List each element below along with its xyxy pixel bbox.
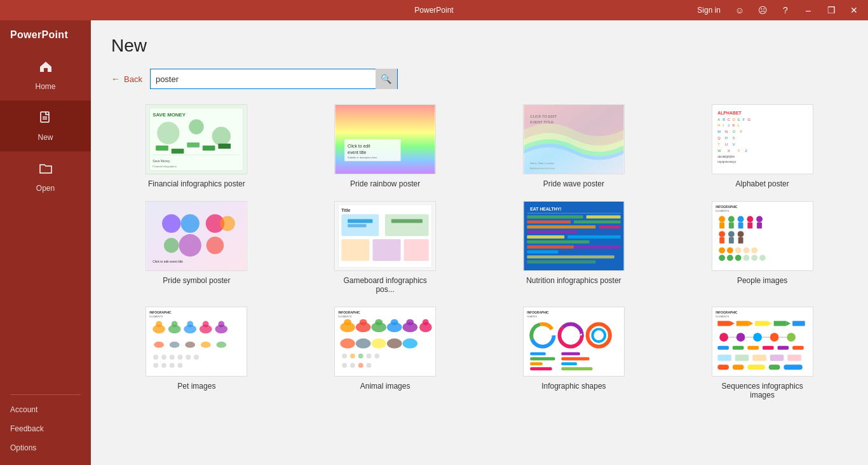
- close-button[interactable]: ✕: [845, 1, 863, 19]
- svg-point-98: [719, 216, 725, 223]
- svg-text:CLICK TO EDIT: CLICK TO EDIT: [530, 115, 557, 118]
- svg-rect-222: [732, 346, 743, 350]
- svg-text:Click to edit event title: Click to edit event title: [153, 260, 184, 263]
- sidebar-item-feedback[interactable]: Feedback: [0, 419, 91, 438]
- svg-rect-107: [757, 222, 762, 228]
- maximize-button[interactable]: ❒: [822, 1, 840, 19]
- template-sequences[interactable]: INFOGRAPHIC ELEMENTS: [677, 307, 848, 399]
- sign-in-button[interactable]: Sign in: [697, 6, 721, 15]
- template-animal[interactable]: INFOGRAPHIC ELEMENTS: [300, 307, 471, 399]
- svg-point-138: [154, 342, 165, 348]
- search-input[interactable]: [151, 72, 376, 87]
- template-alphabet[interactable]: ALPHABET A B C D E F G H I J K L: [677, 104, 848, 188]
- svg-point-216: [753, 333, 762, 342]
- sidebar-item-open-label: Open: [36, 184, 55, 193]
- template-symbol[interactable]: Click to edit event title Pride symbol p…: [111, 201, 282, 294]
- svg-point-151: [170, 363, 175, 368]
- template-nutrition[interactable]: EAT HEALTHY!: [489, 201, 660, 294]
- svg-rect-93: [527, 255, 614, 258]
- help-icon[interactable]: ?: [776, 1, 794, 19]
- template-thumb-alphabet: ALPHABET A B C D E F G H I J K L: [712, 104, 813, 174]
- svg-point-174: [350, 354, 355, 359]
- svg-text:O: O: [732, 130, 735, 134]
- svg-point-137: [219, 321, 225, 328]
- svg-text:G: G: [747, 118, 750, 121]
- svg-rect-12: [203, 146, 215, 151]
- svg-rect-197: [561, 357, 589, 361]
- template-infographic[interactable]: INFOGRAPHIC SHAPES: [489, 307, 660, 399]
- svg-point-141: [201, 342, 211, 348]
- sidebar-nav: Home New Op: [0, 50, 91, 389]
- svg-point-148: [194, 355, 199, 360]
- sidebar-item-new[interactable]: New: [0, 101, 91, 151]
- svg-rect-195: [530, 367, 552, 370]
- svg-rect-70: [385, 214, 429, 236]
- template-gameboard[interactable]: Title Gameboard infographics pos...: [300, 201, 471, 294]
- sidebar-bottom: Account Feedback Options: [0, 400, 91, 465]
- sidebar-item-options[interactable]: Options: [0, 438, 91, 457]
- svg-rect-85: [599, 225, 620, 228]
- svg-point-165: [407, 319, 414, 326]
- search-button[interactable]: 🔍: [376, 69, 397, 89]
- svg-text:R: R: [725, 136, 728, 140]
- template-financial[interactable]: SAVE MONEY Save Money Financial infog: [111, 104, 282, 188]
- app-name: PowerPoint: [414, 6, 453, 15]
- sidebar-item-account[interactable]: Account: [0, 400, 91, 419]
- svg-point-62: [164, 238, 179, 253]
- minimize-button[interactable]: –: [799, 1, 817, 19]
- template-label-animal: Animal images: [360, 382, 410, 391]
- svg-point-108: [719, 231, 725, 237]
- smiley-icon[interactable]: ☺: [731, 1, 749, 19]
- svg-point-172: [403, 338, 418, 349]
- svg-point-133: [187, 321, 194, 328]
- template-label-people: People images: [737, 276, 787, 285]
- svg-rect-224: [763, 346, 774, 350]
- back-button[interactable]: ← Back: [111, 74, 142, 84]
- sidebar-logo: PowerPoint: [0, 20, 91, 50]
- sidebar-item-open[interactable]: Open: [0, 151, 91, 202]
- svg-rect-13: [219, 144, 231, 149]
- svg-rect-105: [747, 222, 752, 228]
- svg-text:INFOGRAPHIC: INFOGRAPHIC: [715, 205, 738, 209]
- template-thumb-wave: CLICK TO EDIT EVENT TITLE Name, Date, Lo…: [523, 104, 625, 174]
- sidebar-item-home[interactable]: Home: [0, 50, 91, 101]
- template-pet[interactable]: INFOGRAPHIC ELEMENTS: [111, 307, 282, 399]
- svg-point-123: [751, 254, 757, 261]
- svg-rect-226: [792, 346, 804, 350]
- svg-point-220: [787, 333, 796, 342]
- svg-text:Z: Z: [745, 149, 747, 153]
- svg-text:Name, Date, Location: Name, Date, Location: [530, 162, 554, 165]
- svg-point-129: [156, 321, 163, 328]
- svg-point-122: [743, 254, 749, 261]
- svg-rect-209: [773, 321, 786, 326]
- sad-icon[interactable]: ☹: [754, 1, 771, 19]
- svg-rect-227: [717, 355, 731, 361]
- svg-point-177: [374, 354, 379, 359]
- svg-rect-221: [717, 346, 729, 350]
- template-thumb-gameboard: Title: [334, 201, 436, 271]
- svg-text:P: P: [740, 130, 742, 134]
- svg-rect-231: [787, 355, 801, 361]
- svg-point-175: [358, 354, 363, 359]
- template-rainbow[interactable]: Click to edit event title Subtitle or de…: [300, 104, 471, 188]
- svg-point-100: [728, 216, 735, 223]
- svg-text:V: V: [732, 142, 735, 146]
- svg-text:Financial infographics: Financial infographics: [153, 165, 177, 168]
- template-label-wave: Pride wave poster: [543, 179, 604, 188]
- svg-rect-193: [530, 357, 555, 361]
- svg-text:EAT HEALTHY!: EAT HEALTHY!: [530, 207, 561, 211]
- template-people[interactable]: INFOGRAPHIC ELEMENTS: [677, 201, 848, 294]
- svg-text:ALPHABET: ALPHABET: [717, 111, 742, 115]
- svg-text:H: H: [717, 123, 720, 127]
- svg-point-8: [212, 127, 231, 145]
- svg-rect-235: [768, 364, 780, 370]
- template-thumb-financial: SAVE MONEY Save Money Financial infog: [146, 104, 247, 174]
- template-thumb-symbol: Click to edit event title: [146, 201, 247, 271]
- svg-point-161: [375, 319, 383, 326]
- svg-rect-103: [738, 222, 743, 228]
- template-wave[interactable]: CLICK TO EDIT EVENT TITLE Name, Date, Lo…: [489, 104, 660, 188]
- svg-point-131: [172, 321, 178, 328]
- svg-rect-113: [738, 237, 743, 244]
- svg-text:Y: Y: [737, 149, 740, 153]
- template-label-alphabet: Alphabet poster: [736, 179, 789, 188]
